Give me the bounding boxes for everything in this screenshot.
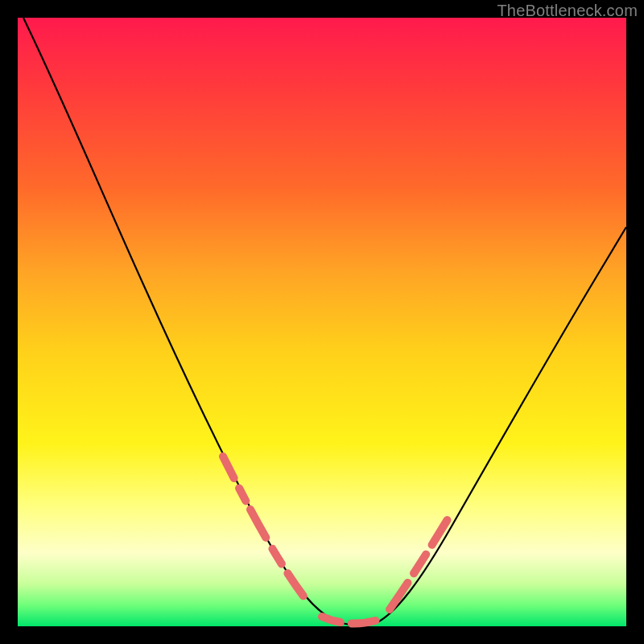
- watermark-text: TheBottleneck.com: [497, 2, 638, 20]
- chart-frame: TheBottleneck.com: [0, 0, 644, 644]
- plot-area: [18, 18, 626, 626]
- highlight-right: [390, 505, 456, 609]
- highlight-left: [223, 456, 308, 601]
- main-curve: [23, 18, 626, 625]
- curve-layer: [18, 18, 626, 626]
- highlight-valley: [322, 617, 378, 624]
